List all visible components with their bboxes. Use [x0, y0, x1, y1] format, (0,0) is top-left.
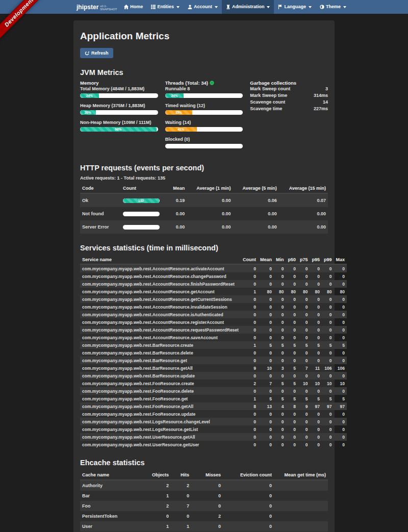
cell: 5: [334, 395, 347, 402]
brand-link[interactable]: jhipster v0.1-SNAPSHOT: [73, 0, 120, 14]
column-header: Mean: [168, 184, 187, 193]
cell: 0: [258, 387, 274, 395]
cell: 0: [286, 372, 298, 379]
gc-label: Scavenge time: [250, 106, 282, 112]
cell: 0: [241, 334, 258, 341]
cell: 0: [322, 357, 334, 364]
cell: com.mycompany.myapp.web.rest.FooResource…: [80, 410, 241, 418]
service-row: com.mycompany.myapp.web.rest.BarResource…: [80, 364, 347, 372]
cell: 0: [286, 280, 298, 288]
cell: 0: [223, 501, 274, 511]
cell: 80: [286, 288, 298, 295]
cell: com.mycompany.myapp.web.rest.AccountReso…: [80, 272, 241, 280]
cache-row: Foo2700: [80, 501, 328, 511]
cell: 5: [286, 395, 298, 402]
nav-item-theme: Theme: [316, 0, 350, 14]
cell: 0: [286, 272, 298, 280]
cell: 0: [334, 272, 347, 280]
column-header: Mean get time (ms): [274, 470, 328, 480]
nav-link-account[interactable]: Account: [184, 0, 222, 14]
cell: 0.00: [168, 220, 187, 234]
cell: 5: [298, 395, 310, 402]
gc-value: 14: [323, 99, 328, 106]
nav-link-administration[interactable]: Administration: [222, 0, 274, 14]
home-icon: [124, 5, 129, 9]
cell: 0.19: [168, 193, 187, 207]
threads-heading: Threads (Total: 34): [165, 80, 243, 86]
cell: 0: [286, 433, 298, 441]
cell: 0: [274, 349, 286, 357]
cell: 0: [298, 357, 310, 364]
cell: 97: [310, 402, 322, 410]
cell: Authority: [80, 480, 146, 491]
cell: 10: [322, 379, 334, 387]
cell: 4: [274, 402, 286, 410]
cell: 10: [310, 379, 322, 387]
cell: 0: [241, 425, 258, 433]
cell: 0: [286, 311, 298, 318]
cell: Foo: [80, 501, 146, 511]
service-row: com.mycompany.myapp.web.rest.BarResource…: [80, 349, 347, 357]
cell: 10: [258, 364, 274, 372]
service-row: com.mycompany.myapp.web.rest.FooResource…: [80, 410, 347, 418]
column-header: Average (1 min): [187, 184, 233, 193]
cell: 2: [191, 511, 223, 521]
cell: 5: [258, 395, 274, 402]
cell: 5: [274, 379, 286, 387]
cell: 0: [274, 425, 286, 433]
service-row: com.mycompany.myapp.web.rest.FooResource…: [80, 395, 347, 402]
cell: 0: [274, 410, 286, 418]
cell: 0: [310, 372, 322, 379]
column-header: Min: [274, 256, 286, 264]
cell: [121, 207, 168, 220]
thread-bar-2-progress-fill: 41%: [165, 127, 197, 132]
cell: 0: [298, 372, 310, 379]
cell: com.mycompany.myapp.web.rest.FooResource…: [80, 402, 241, 410]
nav-link-theme[interactable]: Theme: [316, 0, 350, 14]
nav-link-entities[interactable]: Entities: [147, 0, 184, 14]
thread-dump-eye-icon[interactable]: [210, 81, 214, 85]
cell: 0: [322, 303, 334, 311]
cell: 0: [241, 372, 258, 379]
cell: 0: [310, 311, 322, 318]
cell: [274, 501, 328, 511]
ehcache-statistics-heading: Ehcache statistics: [80, 459, 328, 467]
column-header: Code: [80, 184, 121, 193]
cell: 0: [334, 387, 347, 395]
cell: 0: [241, 280, 258, 288]
gc-column: Garbage collections Mark Sweep count3Mar…: [250, 80, 328, 154]
cell: 0: [322, 441, 334, 448]
cell: 11: [310, 364, 322, 372]
cell: 0: [258, 295, 274, 303]
cell: 0: [310, 326, 322, 334]
column-header: p99: [322, 256, 334, 264]
cell: 0: [286, 387, 298, 395]
cell: 0: [274, 295, 286, 303]
thread-bar-0-label: Runnable 8: [165, 86, 243, 91]
nav-link-language[interactable]: Language: [274, 0, 316, 14]
cell: 0: [334, 334, 347, 341]
cell: 0: [274, 334, 286, 341]
cell: 0: [286, 357, 298, 364]
navbar: jhipster v0.1-SNAPSHOT HomeEntitiesAccou…: [0, 0, 408, 14]
refresh-button[interactable]: Refresh: [80, 48, 113, 58]
cell: 0: [258, 425, 274, 433]
memory-bar-0-progress-fill: 24%: [80, 93, 99, 98]
cell: 0: [286, 418, 298, 425]
service-row: com.mycompany.myapp.web.rest.UserResourc…: [80, 441, 347, 448]
http-count-2-progressbar: [123, 225, 160, 230]
theme-icon: [320, 5, 324, 9]
thread-bar-3-label: Blocked (0): [165, 137, 243, 142]
column-header: Cache name: [80, 470, 146, 480]
service-row: com.mycompany.myapp.web.rest.AccountReso…: [80, 272, 347, 280]
service-row: com.mycompany.myapp.web.rest.AccountReso…: [80, 334, 347, 341]
column-header: Service name: [80, 256, 241, 264]
gc-row: Scavenge time227ms: [250, 106, 328, 112]
nav-link-home[interactable]: Home: [120, 0, 147, 14]
memory-bars: Total Memory (484M / 1,883M)24%Heap Memo…: [80, 86, 158, 132]
cell: 0: [298, 418, 310, 425]
service-row: com.mycompany.myapp.web.rest.AccountReso…: [80, 295, 347, 303]
cell: 0: [298, 410, 310, 418]
cell: 0: [298, 311, 310, 318]
cell: 0: [258, 318, 274, 326]
